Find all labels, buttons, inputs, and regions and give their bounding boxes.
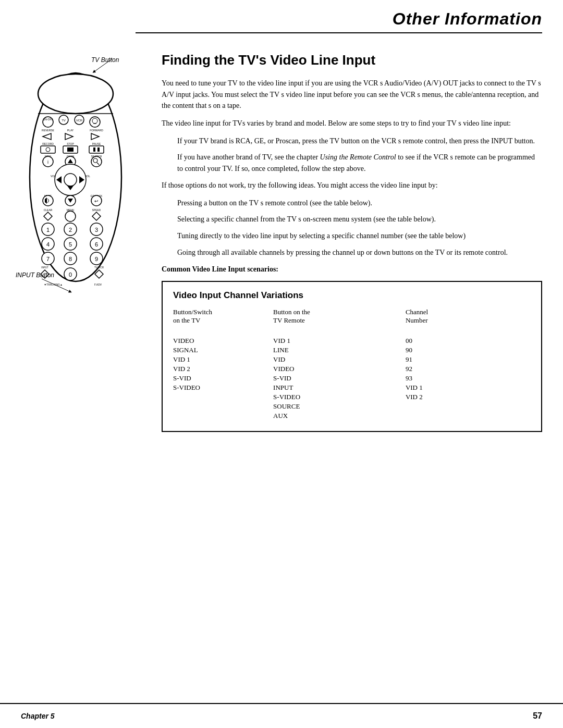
svg-text:TV: TV [62,119,66,122]
header-title: Other Information [393,9,542,29]
cell-remote-2: VID 1 [273,336,406,346]
main-content: Finding the TV's Video Line Input You ne… [162,47,542,432]
cell-channel-1 [406,327,531,336]
cell-channel-5: 92 [406,364,531,374]
cell-switch-1 [173,327,273,336]
svg-text:CLEAR: CLEAR [44,208,53,212]
svg-rect-24 [67,147,74,152]
table-row: VIDEO VID 1 00 [173,336,531,346]
tv-button-arrow [83,56,115,77]
svg-text:3: 3 [95,227,98,233]
cell-switch-10 [173,411,273,421]
cell-switch-4: VID 1 [173,355,273,364]
footer-page-number: 57 [533,711,542,721]
svg-point-58 [65,211,76,221]
video-input-table: Video Input Channel Variations Button/Sw… [162,281,542,432]
svg-text:FORWARD: FORWARD [90,129,103,132]
svg-text:1: 1 [46,227,50,233]
cell-remote-10: AUX [273,411,406,421]
svg-text:RECORD: RECORD [42,142,54,145]
table-row: VID 1 VID 91 [173,355,531,364]
page-header: Other Information [393,9,542,29]
table-row: S-VIDEO INPUT VID 1 [173,383,531,392]
svg-text:i: i [47,159,48,165]
cell-switch-3: SIGNAL [173,346,273,355]
table-title: Video Input Channel Variations [173,290,531,301]
paragraph-9: Going through all available channels by … [177,247,542,258]
cell-remote-5: VIDEO [273,364,406,374]
col-header-1: Button/Switchon the TV [173,308,273,327]
svg-text:6: 6 [95,241,98,248]
svg-text:REVERSE: REVERSE [42,129,55,132]
cell-channel-7: VID 1 [406,383,531,392]
svg-point-1 [38,74,113,114]
cell-switch-7: S-VIDEO [173,383,273,392]
paragraph-6: Pressing a button on the TV s remote con… [177,198,542,209]
svg-text:9: 9 [95,256,98,262]
header-divider [136,32,542,33]
svg-text:STOP: STOP [67,142,74,145]
cell-remote-4: VID [273,355,406,364]
paragraph-1: You need to tune your TV to the video li… [162,78,542,112]
cell-channel-10 [406,411,531,421]
cell-switch-6: S-VID [173,374,273,383]
cell-switch-8 [173,392,273,402]
paragraph-2: The video line input for TVs varies by b… [162,118,542,129]
svg-text:7: 7 [46,256,50,262]
svg-text:VOL: VOL [51,175,56,178]
svg-point-46 [43,195,53,206]
svg-text:F.ADV: F.ADV [94,283,102,286]
svg-text:TV+VCR: TV+VCR [94,266,104,269]
footer-chapter: Chapter 5 [21,712,55,720]
table-row [173,327,531,336]
svg-point-44 [64,174,77,186]
input-button-arrow [39,271,81,297]
remote-illustration: ON-OFF TV VCR REVERSE PLAY FORWARD RECOR… [21,68,136,289]
cell-remote-3: LINE [273,346,406,355]
table-row: S-VIDEO VID 2 [173,392,531,402]
paragraph-4: If you have another brand of TV, see the… [177,152,542,174]
svg-text:↩: ↩ [94,199,99,204]
svg-text:4: 4 [46,241,50,248]
page-title: Finding the TV's Video Line Input [162,52,542,68]
svg-rect-26 [93,147,95,152]
cell-channel-2: 00 [406,336,531,346]
svg-text:VOL: VOL [85,175,90,178]
cell-channel-3: 90 [406,346,531,355]
svg-line-86 [94,59,112,72]
cell-switch-5: VID 2 [173,364,273,374]
svg-text:2: 2 [69,227,72,233]
svg-text:PAUSE: PAUSE [92,142,101,145]
svg-text:INPUT: INPUT [41,266,48,269]
svg-text:5: 5 [69,241,72,248]
paragraph-5: If those options do not work, try the fo… [162,180,542,191]
cell-remote-8: S-VIDEO [273,392,406,402]
svg-rect-25 [89,146,104,153]
cell-channel-4: 91 [406,355,531,364]
table-row: VID 2 VIDEO 92 [173,364,531,374]
svg-point-35 [91,156,102,167]
cell-remote-1 [273,327,406,336]
svg-text:SPEED: SPEED [92,208,101,212]
svg-text:PLAY: PLAY [67,129,74,132]
cell-switch-2: VIDEO [173,336,273,346]
cell-remote-6: S-VID [273,374,406,383]
paragraph-7: Selecting a specific channel from the TV… [177,214,542,225]
channel-variations-table: Button/Switchon the TV Button on theTV R… [173,308,531,421]
cell-remote-9: SOURCE [273,402,406,411]
cell-channel-8: VID 2 [406,392,531,402]
common-scenarios-header: Common Video Line Input scenarios: [162,265,542,274]
cell-channel-6: 93 [406,374,531,383]
cell-channel-9 [406,402,531,411]
paragraph-3: If your TV brand is RCA, GE, or Proscan,… [177,135,542,147]
svg-text:VCR: VCR [76,119,83,122]
table-row: SIGNAL LINE 90 [173,346,531,355]
cell-remote-7: INPUT [273,383,406,392]
paragraph-8: Tuning directly to the video line input … [177,230,542,242]
svg-rect-21 [41,146,55,153]
cell-switch-9 [173,402,273,411]
col-header-3: ChannelNumber [406,308,531,327]
table-row: AUX [173,411,531,421]
page-footer: Chapter 5 57 [0,703,563,728]
svg-rect-27 [97,147,100,152]
